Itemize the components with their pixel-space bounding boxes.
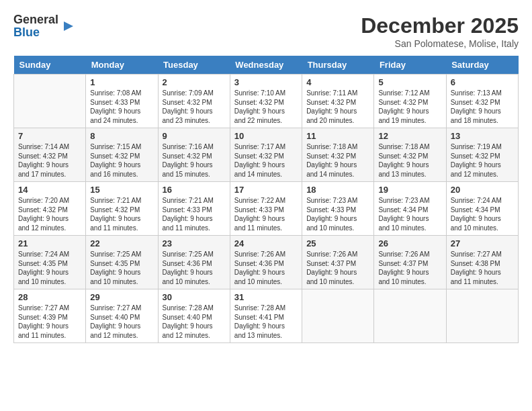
col-header-friday: Friday [374,56,446,75]
calendar-cell [14,75,86,128]
day-number: 23 [163,238,226,248]
day-number: 2 [163,77,226,87]
day-number: 20 [451,185,514,195]
day-info: Sunrise: 7:17 AMSunset: 4:32 PMDaylight:… [234,142,298,179]
calendar-cell [302,289,374,343]
calendar-cell: 23Sunrise: 7:25 AMSunset: 4:36 PMDayligh… [158,236,230,289]
col-header-thursday: Thursday [302,56,374,75]
calendar-cell: 8Sunrise: 7:15 AMSunset: 4:32 PMDaylight… [86,128,158,182]
calendar-cell [374,289,446,343]
day-info: Sunrise: 7:15 AMSunset: 4:32 PMDaylight:… [90,142,153,179]
header: General Blue December 2025 San Polomates… [13,13,519,49]
col-header-tuesday: Tuesday [158,56,230,75]
calendar-cell: 28Sunrise: 7:27 AMSunset: 4:39 PMDayligh… [14,289,86,343]
day-number: 29 [90,292,153,302]
day-info: Sunrise: 7:27 AMSunset: 4:38 PMDaylight:… [451,250,514,286]
week-row-5: 28Sunrise: 7:27 AMSunset: 4:39 PMDayligh… [14,289,519,343]
logo-icon [60,19,75,34]
day-number: 28 [18,292,81,302]
day-number: 21 [18,238,81,248]
main-title: December 2025 [361,13,519,38]
day-info: Sunrise: 7:28 AMSunset: 4:41 PMDaylight:… [234,304,298,340]
logo-general-text: General [13,13,58,26]
day-number: 24 [234,238,298,248]
day-info: Sunrise: 7:19 AMSunset: 4:32 PMDaylight:… [451,142,514,179]
calendar-table: SundayMondayTuesdayWednesdayThursdayFrid… [13,56,519,343]
day-info: Sunrise: 7:18 AMSunset: 4:32 PMDaylight:… [378,142,441,179]
calendar-cell: 20Sunrise: 7:24 AMSunset: 4:34 PMDayligh… [446,182,518,236]
day-info: Sunrise: 7:24 AMSunset: 4:34 PMDaylight:… [451,196,514,232]
calendar-cell [446,289,518,343]
calendar-cell: 5Sunrise: 7:12 AMSunset: 4:32 PMDaylight… [374,75,446,128]
day-number: 27 [451,238,514,248]
calendar-cell: 24Sunrise: 7:26 AMSunset: 4:36 PMDayligh… [230,236,302,289]
subtitle: San Polomatese, Molise, Italy [361,38,519,49]
calendar-cell: 4Sunrise: 7:11 AMSunset: 4:32 PMDaylight… [302,75,374,128]
calendar-cell: 13Sunrise: 7:19 AMSunset: 4:32 PMDayligh… [446,128,518,182]
col-header-monday: Monday [86,56,158,75]
week-row-3: 14Sunrise: 7:20 AMSunset: 4:32 PMDayligh… [14,182,519,236]
day-number: 6 [451,77,514,87]
calendar-cell: 11Sunrise: 7:18 AMSunset: 4:32 PMDayligh… [302,128,374,182]
day-number: 31 [234,292,298,302]
day-number: 25 [306,238,369,248]
day-info: Sunrise: 7:11 AMSunset: 4:32 PMDaylight:… [306,89,369,125]
calendar-cell: 21Sunrise: 7:24 AMSunset: 4:35 PMDayligh… [14,236,86,289]
col-header-sunday: Sunday [14,56,86,75]
day-info: Sunrise: 7:20 AMSunset: 4:32 PMDaylight:… [18,196,81,232]
calendar-cell: 19Sunrise: 7:23 AMSunset: 4:34 PMDayligh… [374,182,446,236]
calendar-cell: 2Sunrise: 7:09 AMSunset: 4:32 PMDaylight… [158,75,230,128]
calendar-cell: 26Sunrise: 7:26 AMSunset: 4:37 PMDayligh… [374,236,446,289]
day-info: Sunrise: 7:26 AMSunset: 4:36 PMDaylight:… [234,250,298,286]
day-info: Sunrise: 7:26 AMSunset: 4:37 PMDaylight:… [378,250,441,286]
day-info: Sunrise: 7:24 AMSunset: 4:35 PMDaylight:… [18,250,81,286]
day-info: Sunrise: 7:18 AMSunset: 4:32 PMDaylight:… [306,142,369,179]
day-number: 17 [234,185,298,195]
calendar-cell: 18Sunrise: 7:23 AMSunset: 4:33 PMDayligh… [302,182,374,236]
day-info: Sunrise: 7:21 AMSunset: 4:32 PMDaylight:… [90,196,153,232]
day-info: Sunrise: 7:27 AMSunset: 4:40 PMDaylight:… [90,304,153,340]
day-info: Sunrise: 7:28 AMSunset: 4:40 PMDaylight:… [163,304,226,340]
day-number: 10 [234,131,298,141]
day-info: Sunrise: 7:13 AMSunset: 4:32 PMDaylight:… [451,89,514,125]
week-row-4: 21Sunrise: 7:24 AMSunset: 4:35 PMDayligh… [14,236,519,289]
day-number: 19 [378,185,441,195]
calendar-cell: 22Sunrise: 7:25 AMSunset: 4:35 PMDayligh… [86,236,158,289]
column-header-row: SundayMondayTuesdayWednesdayThursdayFrid… [14,56,519,75]
calendar-cell: 6Sunrise: 7:13 AMSunset: 4:32 PMDaylight… [446,75,518,128]
day-info: Sunrise: 7:22 AMSunset: 4:33 PMDaylight:… [234,196,298,232]
day-info: Sunrise: 7:25 AMSunset: 4:35 PMDaylight:… [90,250,153,286]
day-info: Sunrise: 7:27 AMSunset: 4:39 PMDaylight:… [18,304,81,340]
calendar-cell: 30Sunrise: 7:28 AMSunset: 4:40 PMDayligh… [158,289,230,343]
day-info: Sunrise: 7:09 AMSunset: 4:32 PMDaylight:… [163,89,226,125]
calendar-cell: 14Sunrise: 7:20 AMSunset: 4:32 PMDayligh… [14,182,86,236]
day-info: Sunrise: 7:25 AMSunset: 4:36 PMDaylight:… [163,250,226,286]
day-info: Sunrise: 7:10 AMSunset: 4:32 PMDaylight:… [234,89,298,125]
calendar-cell: 17Sunrise: 7:22 AMSunset: 4:33 PMDayligh… [230,182,302,236]
calendar-cell: 25Sunrise: 7:26 AMSunset: 4:37 PMDayligh… [302,236,374,289]
day-number: 8 [90,131,153,141]
calendar-cell: 29Sunrise: 7:27 AMSunset: 4:40 PMDayligh… [86,289,158,343]
day-number: 7 [18,131,81,141]
title-area: December 2025 San Polomatese, Molise, It… [361,13,519,49]
day-number: 4 [306,77,369,87]
calendar-cell: 3Sunrise: 7:10 AMSunset: 4:32 PMDaylight… [230,75,302,128]
col-header-saturday: Saturday [446,56,518,75]
calendar-cell: 15Sunrise: 7:21 AMSunset: 4:32 PMDayligh… [86,182,158,236]
day-number: 16 [163,185,226,195]
day-info: Sunrise: 7:21 AMSunset: 4:33 PMDaylight:… [163,196,226,232]
day-info: Sunrise: 7:14 AMSunset: 4:32 PMDaylight:… [18,142,81,179]
calendar-cell: 7Sunrise: 7:14 AMSunset: 4:32 PMDaylight… [14,128,86,182]
week-row-1: 1Sunrise: 7:08 AMSunset: 4:33 PMDaylight… [14,75,519,128]
day-number: 12 [378,131,441,141]
logo: General Blue [13,13,75,39]
day-info: Sunrise: 7:16 AMSunset: 4:32 PMDaylight:… [163,142,226,179]
day-number: 14 [18,185,81,195]
logo-blue-text: Blue [13,26,40,39]
calendar-cell: 10Sunrise: 7:17 AMSunset: 4:32 PMDayligh… [230,128,302,182]
day-number: 3 [234,77,298,87]
calendar-cell: 9Sunrise: 7:16 AMSunset: 4:32 PMDaylight… [158,128,230,182]
day-info: Sunrise: 7:23 AMSunset: 4:34 PMDaylight:… [378,196,441,232]
day-number: 30 [163,292,226,302]
calendar-cell: 16Sunrise: 7:21 AMSunset: 4:33 PMDayligh… [158,182,230,236]
